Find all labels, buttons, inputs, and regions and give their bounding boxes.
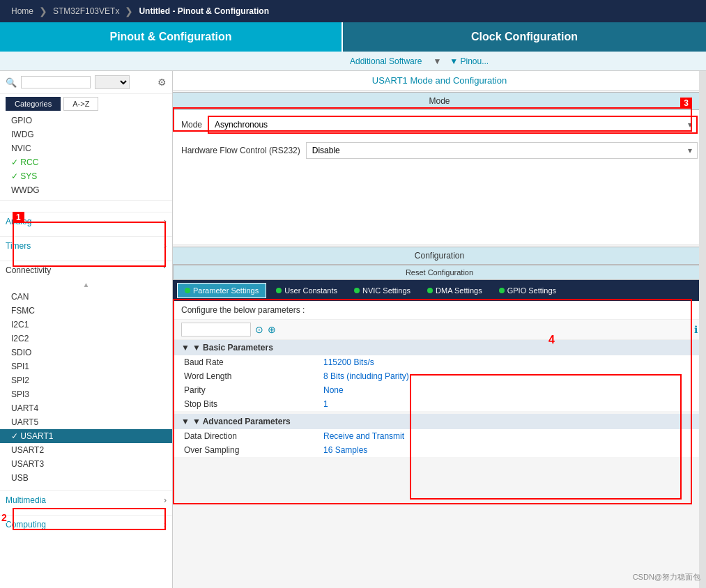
- basic-params-header: ▼ ▼ Basic Parameters: [173, 340, 706, 355]
- gpio-dot: [499, 288, 505, 293]
- sidebar-item-usart2[interactable]: USART2: [0, 443, 172, 457]
- chevron-right-icon-4: ›: [164, 520, 167, 529]
- breadcrumb-sep1: ❯: [39, 6, 47, 17]
- sub-tab-additional[interactable]: Additional Software: [342, 56, 430, 66]
- sidebar-item-uart5[interactable]: UART5: [0, 415, 172, 429]
- sidebar-item-i2c2[interactable]: I2C2: [0, 332, 172, 346]
- param-parity-value: None: [323, 385, 344, 395]
- hw-flow-label: Hardware Flow Control (RS232): [181, 146, 300, 155]
- chevron-right-icon: ›: [164, 217, 167, 226]
- chevron-right-icon-3: ›: [164, 495, 167, 505]
- tab-pinout[interactable]: Pinout & Configuration: [0, 22, 342, 52]
- param-data-value: Receive and Transmit: [323, 431, 404, 441]
- param-over-label: Over Sampling: [184, 445, 323, 455]
- config-tabs: Parameter Settings User Constants NVIC S…: [173, 280, 706, 301]
- group-timers[interactable]: Timers ›: [0, 236, 172, 255]
- basic-params-list: Baud Rate 115200 Bits/s Word Length 8 Bi…: [173, 355, 706, 411]
- sub-tab-arrow: ▼: [433, 56, 441, 66]
- scrollbar[interactable]: [699, 71, 706, 588]
- param-parity-label: Parity: [184, 385, 323, 395]
- tab-clock[interactable]: Clock Configuration: [342, 22, 706, 52]
- expand-icon[interactable]: ⊕: [268, 324, 276, 335]
- info-icon: ℹ: [694, 324, 698, 335]
- tab-categories[interactable]: Categories: [6, 97, 61, 111]
- sidebar-search-bar: 🔍 ⚙: [0, 71, 172, 94]
- mode-label: Mode: [181, 120, 202, 130]
- param-over-sampling: Over Sampling 16 Samples: [173, 443, 706, 457]
- search-input[interactable]: [21, 76, 91, 88]
- advanced-params-header: ▼ ▼ Advanced Parameters: [173, 414, 706, 429]
- param-word-value: 8 Bits (including Parity): [323, 371, 409, 381]
- group-connectivity[interactable]: Connectivity ˅: [0, 261, 172, 279]
- breadcrumb-mcu[interactable]: STM32F103VETx: [47, 3, 125, 19]
- reset-config-button[interactable]: Reset Configuration: [173, 265, 706, 280]
- config-section-header: Configuration: [173, 247, 706, 265]
- nvic-dot: [354, 288, 360, 293]
- tab-param-settings[interactable]: Parameter Settings: [177, 283, 266, 298]
- sidebar-item-usart1[interactable]: ✓ USART1: [0, 429, 172, 443]
- tab-gpio-settings[interactable]: GPIO Settings: [492, 283, 563, 298]
- mode-select[interactable]: Asynchronous: [208, 116, 698, 134]
- group-multimedia[interactable]: Multimedia ›: [0, 490, 172, 509]
- sidebar-item-spi2[interactable]: SPI2: [0, 373, 172, 387]
- chevron-down-basic: ▼: [181, 343, 190, 353]
- chevron-right-icon-2: ›: [164, 241, 167, 251]
- breadcrumb-sep2: ❯: [125, 6, 133, 17]
- sidebar-item-uart4[interactable]: UART4: [0, 401, 172, 415]
- panel-title: USART1 Mode and Configuration: [173, 71, 706, 91]
- param-data-dir: Data Direction Receive and Transmit: [173, 429, 706, 443]
- sidebar-item-fsmc[interactable]: FSMC: [0, 304, 172, 318]
- param-stop-bits: Stop Bits 1: [173, 397, 706, 411]
- sidebar-item-usb[interactable]: USB: [0, 471, 172, 485]
- mode-section-header: Mode: [173, 92, 706, 110]
- param-stop-value: 1: [323, 399, 328, 409]
- basic-params-title: ▼ Basic Parameters: [192, 343, 273, 353]
- search-dropdown[interactable]: [95, 75, 130, 89]
- tab-nvic-settings[interactable]: NVIC Settings: [347, 283, 417, 298]
- hw-flow-row: Hardware Flow Control (RS232) Disable: [173, 139, 706, 162]
- gear-icon[interactable]: ⚙: [158, 77, 167, 88]
- sidebar-item-i2c1[interactable]: I2C1: [0, 318, 172, 332]
- hw-select-wrap: Disable: [306, 142, 698, 159]
- config-search-input[interactable]: [181, 323, 251, 336]
- content-area: 1 2 🔍 ⚙ Categories A->Z GPIO IWDG NVIC ✓…: [0, 71, 706, 588]
- sidebar-item-wwdg[interactable]: WWDG: [0, 183, 172, 197]
- breadcrumb-current[interactable]: Untitled - Pinout & Configuration: [133, 3, 275, 19]
- mode-empty-area: [173, 162, 706, 245]
- sidebar-item-iwdg[interactable]: IWDG: [0, 127, 172, 141]
- tab-user-constants[interactable]: User Constants: [269, 283, 344, 298]
- param-word-length: Word Length 8 Bits (including Parity): [173, 369, 706, 383]
- group-analog[interactable]: Analog ›: [0, 212, 172, 231]
- chevron-down-icon: ˅: [162, 265, 167, 275]
- sidebar-item-gpio[interactable]: GPIO: [0, 114, 172, 127]
- sidebar-item-spi1[interactable]: SPI1: [0, 359, 172, 373]
- mode-row: Mode Asynchronous: [173, 110, 706, 139]
- param-word-label: Word Length: [184, 371, 323, 381]
- sidebar-item-spi3[interactable]: SPI3: [0, 387, 172, 401]
- sidebar-item-rcc[interactable]: ✓ RCC: [0, 155, 172, 169]
- dma-dot: [427, 288, 433, 293]
- mode-select-wrap: Asynchronous: [208, 116, 698, 134]
- sidebar-item-sdio[interactable]: SDIO: [0, 346, 172, 359]
- hw-select[interactable]: Disable: [306, 142, 698, 159]
- category-tabs: Categories A->Z: [0, 94, 172, 114]
- filter-icon[interactable]: ⊙: [255, 324, 263, 335]
- divider1: [0, 200, 172, 201]
- chevron-down-adv: ▼: [181, 417, 190, 426]
- sub-tabs: Additional Software ▼ ▼ Pinou...: [0, 52, 706, 71]
- sidebar-item-usart3[interactable]: USART3: [0, 457, 172, 471]
- param-stop-label: Stop Bits: [184, 399, 323, 409]
- breadcrumb-home[interactable]: Home: [6, 3, 39, 19]
- tab-az[interactable]: A->Z: [63, 97, 98, 111]
- param-baud-value: 115200 Bits/s: [323, 357, 374, 367]
- param-dot: [185, 288, 190, 293]
- watermark: CSDN@努力稳面包: [633, 572, 700, 582]
- sidebar-item-nvic[interactable]: NVIC: [0, 141, 172, 155]
- sidebar-item-sys[interactable]: ✓ SYS: [0, 169, 172, 183]
- tab-dma-settings[interactable]: DMA Settings: [420, 283, 489, 298]
- user-dot: [276, 288, 282, 293]
- sidebar: 1 2 🔍 ⚙ Categories A->Z GPIO IWDG NVIC ✓…: [0, 71, 173, 588]
- group-computing[interactable]: Computing ›: [0, 515, 172, 534]
- sub-tab-pinout[interactable]: ▼ Pinou...: [441, 56, 497, 66]
- sidebar-item-can[interactable]: CAN: [0, 290, 172, 304]
